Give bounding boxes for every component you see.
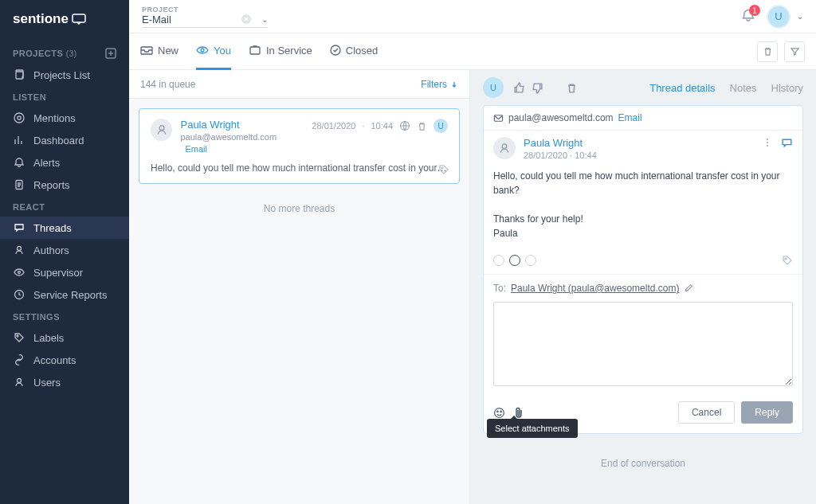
sentiment-neutral[interactable] — [509, 255, 520, 266]
tab-you[interactable]: You — [196, 33, 231, 70]
eye-icon — [13, 266, 26, 279]
filters-link[interactable]: Filters — [421, 79, 458, 90]
sidebar-item-supervisor[interactable]: Supervisor — [0, 261, 129, 283]
attachment-tooltip: Select attachments — [487, 419, 578, 438]
project-label: PROJECT — [142, 6, 268, 14]
sidebar-item-alerts[interactable]: Alerts — [0, 151, 129, 174]
message-author[interactable]: Paula Wright — [524, 137, 597, 149]
chevron-down-icon: ⌄ — [797, 12, 803, 21]
thread-date: 28/01/2020 — [312, 121, 355, 131]
sidebar-item-label: Users — [33, 377, 61, 389]
projects-header: PROJECTS (3) — [0, 41, 129, 64]
chat-bubble-icon — [72, 14, 86, 25]
emoji-icon[interactable] — [493, 407, 505, 419]
svg-point-25 — [495, 408, 504, 417]
sidebar-item-projects-list[interactable]: Projects List — [0, 64, 129, 86]
link-icon — [13, 354, 26, 366]
assignee-avatar[interactable]: U — [483, 77, 504, 98]
delete-button[interactable] — [757, 41, 778, 62]
inbox-icon — [140, 45, 153, 56]
sidebar-item-mentions[interactable]: Mentions — [0, 107, 129, 129]
svg-point-18 — [441, 167, 443, 169]
sidebar-item-accounts[interactable]: Accounts — [0, 349, 129, 371]
tag-icon[interactable] — [438, 164, 449, 175]
sidebar-item-reports[interactable]: Reports — [0, 174, 129, 196]
tab-label: Closed — [346, 45, 378, 57]
filter-button[interactable] — [784, 41, 805, 62]
thumbs-down-icon[interactable] — [532, 82, 543, 94]
person-icon — [13, 244, 26, 256]
sidebar-item-authors[interactable]: Authors — [0, 239, 129, 261]
speech-icon — [13, 221, 26, 234]
globe-icon — [399, 120, 410, 131]
detail-tab-history[interactable]: History — [771, 82, 803, 94]
add-project-icon[interactable] — [105, 48, 116, 59]
tab-label: New — [158, 45, 178, 57]
svg-point-27 — [500, 411, 501, 412]
sidebar-item-label: Alerts — [33, 157, 60, 169]
tab-label: You — [214, 45, 231, 57]
edit-icon[interactable] — [684, 283, 693, 293]
chart-icon — [13, 134, 26, 147]
sentiment-negative[interactable] — [525, 255, 536, 266]
sentiment-positive[interactable] — [493, 255, 504, 266]
reply-to-address[interactable]: Paula Wright (paula@awesomeltd.com) — [511, 283, 679, 294]
sidebar-item-labels[interactable]: Labels — [0, 326, 129, 349]
trash-icon[interactable] — [417, 121, 427, 131]
assignee-badge: U — [434, 119, 448, 133]
reply-button[interactable]: Reply — [741, 401, 793, 424]
detail-column: U Thread details Notes History — [470, 70, 816, 504]
sidebar-item-label: Accounts — [33, 354, 76, 366]
settings-header: SETTINGS — [0, 306, 129, 326]
no-more-threads: No more threads — [139, 184, 460, 233]
bell-icon — [13, 156, 26, 169]
svg-point-16 — [159, 126, 164, 131]
threads-column: 144 in queue Filters Paula Wright paula@… — [129, 70, 470, 504]
more-icon[interactable] — [762, 137, 773, 149]
detail-tab-notes[interactable]: Notes — [730, 82, 757, 94]
thread-author: Paula Wright — [180, 119, 304, 131]
user-menu[interactable]: U ⌄ — [767, 5, 803, 29]
svg-point-24 — [785, 258, 787, 260]
sidebar-item-threads[interactable]: Threads — [0, 217, 129, 239]
sidebar-item-label: Mentions — [33, 112, 76, 124]
detail-tab-thread[interactable]: Thread details — [649, 82, 715, 94]
svg-point-23 — [767, 145, 768, 147]
main: PROJECT E-Mail ⌄ 1 U ⌄ — [129, 0, 816, 504]
sidebar-item-label: Reports — [33, 179, 70, 191]
reply-textarea[interactable] — [493, 302, 793, 386]
sidebar-item-users[interactable]: Users — [0, 371, 129, 393]
sidebar-item-service-reports[interactable]: Service Reports — [0, 283, 129, 306]
svg-point-10 — [18, 379, 22, 383]
email-link[interactable]: Email — [618, 112, 642, 123]
project-selector[interactable]: PROJECT E-Mail ⌄ — [142, 6, 268, 28]
tab-closed[interactable]: Closed — [330, 33, 378, 70]
tag-icon[interactable] — [782, 255, 793, 266]
thread-email-link[interactable]: Email — [185, 144, 207, 154]
reply-icon[interactable] — [781, 137, 793, 149]
svg-rect-14 — [250, 47, 260, 54]
chevron-down-icon[interactable]: ⌄ — [261, 15, 268, 24]
eye-icon — [196, 45, 209, 56]
svg-rect-2 — [16, 72, 23, 79]
cancel-button[interactable]: Cancel — [678, 401, 735, 424]
user-avatar: U — [767, 5, 790, 29]
thread-preview: Hello, could you tell me how much intern… — [151, 162, 448, 174]
notification-badge: 1 — [749, 5, 760, 16]
topbar: PROJECT E-Mail ⌄ 1 U ⌄ — [129, 0, 816, 33]
svg-point-26 — [497, 411, 498, 412]
thumbs-up-icon[interactable] — [513, 82, 525, 94]
tab-in-service[interactable]: In Service — [249, 33, 312, 70]
brand-logo[interactable]: sentione — [0, 11, 129, 41]
svg-point-9 — [17, 335, 18, 337]
notifications-button[interactable]: 1 — [741, 8, 755, 25]
service-icon — [249, 45, 261, 56]
trash-icon[interactable] — [566, 82, 578, 94]
thread-card[interactable]: Paula Wright paula@awesomeltd.com Email … — [139, 108, 460, 184]
thread-tabs: New You In Service Closed — [129, 33, 816, 70]
tab-new[interactable]: New — [140, 33, 178, 70]
check-icon — [330, 45, 341, 56]
clear-icon[interactable] — [241, 14, 252, 25]
sidebar-item-dashboard[interactable]: Dashboard — [0, 129, 129, 151]
sidebar-item-label: Supervisor — [33, 267, 83, 279]
